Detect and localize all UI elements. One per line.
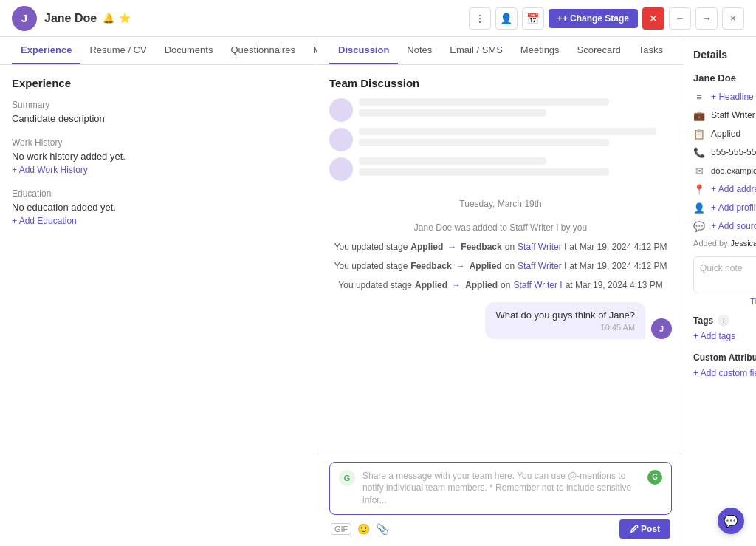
source-icon: 💬 xyxy=(693,220,705,232)
tab-meetings[interactable]: Meetings xyxy=(512,37,568,64)
left-nav: Experience Resume / CV Documents Questio… xyxy=(0,37,317,65)
nav-prev-button[interactable]: ← xyxy=(669,7,691,30)
custom-attr-label: Custom Attributes xyxy=(693,352,756,363)
details-header: Details ▦ ▭ xyxy=(693,46,756,64)
detail-status-row: 📋 Applied xyxy=(693,128,756,140)
nav-next-button[interactable]: → xyxy=(695,7,718,30)
add-education-link[interactable]: + Add Education xyxy=(12,216,77,226)
input-area: G Share a message with your team here. Y… xyxy=(317,454,684,546)
support-chat-bubble[interactable]: 💬 xyxy=(718,508,744,534)
post-button[interactable]: 🖊 Post xyxy=(619,519,670,539)
email-value: doe.example1234@gmail.com xyxy=(711,166,756,175)
chat-timestamp: 10:45 AM xyxy=(495,323,635,332)
chat-placeholder xyxy=(329,98,672,181)
detail-headline-row: ≡ + Headline xyxy=(693,91,756,103)
job-title-value: Staff Writer I xyxy=(711,110,756,120)
status-value: Applied xyxy=(711,129,740,139)
job-link-3[interactable]: Staff Writer I xyxy=(513,280,562,290)
job-link-2[interactable]: Staff Writer I xyxy=(518,261,566,271)
notification-icon[interactable]: 🔔 xyxy=(103,13,114,24)
added-message: Jane Doe was added to Staff Writer I by … xyxy=(329,222,672,233)
detail-email-row: ✉ doe.example1234@gmail.com xyxy=(693,165,756,177)
phone-icon: 📞 xyxy=(693,146,705,158)
tab-scorecard[interactable]: Scorecard xyxy=(568,37,630,64)
add-custom-field-link[interactable]: + Add custom field xyxy=(693,368,756,378)
tab-tasks[interactable]: Tasks xyxy=(630,37,672,64)
placeholder-row-3 xyxy=(329,157,672,181)
close-button[interactable]: × xyxy=(722,7,744,30)
tab-documents[interactable]: Documents xyxy=(156,37,222,64)
header: J Jane Doe 🔔 ⭐ ⋮ 👤 📅 ++ Change Stage ✕ ←… xyxy=(0,0,756,37)
tab-resume[interactable]: Resume / CV xyxy=(80,37,155,64)
message-input-box[interactable]: G Share a message with your team here. Y… xyxy=(329,462,672,515)
education-label: Education xyxy=(12,188,305,199)
right-panel: Details ▦ ▭ Jane Doe ≡ + Headline 💼 Staf… xyxy=(684,37,756,546)
detail-candidate-name: Jane Doe xyxy=(693,72,756,83)
date-divider: Tuesday, March 19th xyxy=(329,199,672,209)
middle-nav: Discussion Notes Email / SMS Meetings Sc… xyxy=(317,37,684,65)
placeholder-avatar-2 xyxy=(329,128,353,151)
discussion-title: Team Discussion xyxy=(329,77,672,89)
emoji-button[interactable]: 🙂 xyxy=(357,523,370,535)
added-by-name: Jessica Dennis xyxy=(731,239,756,248)
tab-email-sms[interactable]: Email / SMS xyxy=(441,37,512,64)
work-history-section: Work History No work history added yet. … xyxy=(12,137,305,175)
summary-label: Summary xyxy=(12,100,305,110)
profile-icon: 👤 xyxy=(693,202,705,214)
phone-value: 555-555-5555 xyxy=(711,147,756,157)
placeholder-line xyxy=(359,139,609,146)
profile-link[interactable]: + Add profile xyxy=(711,202,756,213)
add-tags-link[interactable]: + Add tags xyxy=(693,331,756,341)
stage-update-1: You updated stage Applied → Feedback on … xyxy=(329,242,672,252)
quick-note-input[interactable]: Quick note xyxy=(693,256,756,293)
tab-questionnaires[interactable]: Questionnaires xyxy=(221,37,303,64)
placeholder-line xyxy=(359,128,656,135)
source-link[interactable]: + Add source xyxy=(711,221,756,231)
star-icon[interactable]: ⭐ xyxy=(119,13,131,24)
briefcase-icon: 💼 xyxy=(693,109,705,121)
tags-add-button[interactable]: + xyxy=(718,315,729,327)
middle-panel: Discussion Notes Email / SMS Meetings Sc… xyxy=(317,37,684,546)
detail-profile-row: 👤 + Add profile xyxy=(693,202,756,214)
placeholder-line xyxy=(359,168,609,176)
placeholder-avatar-1 xyxy=(329,98,353,122)
candidate-avatar: J xyxy=(12,6,37,31)
candidate-name: Jane Doe xyxy=(44,12,97,25)
message-input-placeholder: Share a message with your team here. You… xyxy=(362,470,640,507)
work-history-label: Work History xyxy=(12,137,305,148)
calendar-button[interactable]: 📅 xyxy=(522,7,544,30)
input-action-icons: GIF 🙂 📎 xyxy=(331,523,388,535)
custom-attr-section-header: Custom Attributes + xyxy=(693,352,756,364)
input-actions: GIF 🙂 📎 🖊 Post xyxy=(329,519,672,539)
tab-notes[interactable]: Notes xyxy=(398,37,441,64)
reject-button[interactable]: ✕ xyxy=(642,7,664,30)
quick-note-placeholder: Quick note xyxy=(700,263,742,273)
more-options-button[interactable]: ⋮ xyxy=(469,7,491,30)
location-icon: 📍 xyxy=(693,183,705,195)
placeholder-line xyxy=(359,109,546,117)
education-empty: No education added yet. xyxy=(12,202,305,213)
placeholder-row-2 xyxy=(329,128,672,151)
placeholder-row-1 xyxy=(329,98,672,122)
job-link-1[interactable]: Staff Writer I xyxy=(518,242,566,252)
attachment-button[interactable]: 📎 xyxy=(376,523,388,535)
add-candidate-button[interactable]: 👤 xyxy=(495,7,518,30)
headline-link[interactable]: + Headline xyxy=(711,92,754,102)
gif-button[interactable]: GIF xyxy=(331,523,351,535)
email-icon: ✉ xyxy=(693,165,705,177)
added-by-row: Added by Jessica Dennis xyxy=(693,239,756,248)
header-icon-group: 🔔 ⭐ xyxy=(103,13,131,24)
placeholder-lines-1 xyxy=(359,98,672,117)
stage-update-3: You updated stage Applied → Applied on S… xyxy=(329,280,672,290)
chat-bubble: What do you guys think of Jane? 10:45 AM xyxy=(485,302,645,339)
experience-content: Experience Summary Candidate description… xyxy=(0,65,317,546)
headline-icon: ≡ xyxy=(693,91,705,103)
detail-job-row: 💼 Staff Writer I xyxy=(693,109,756,121)
add-work-history-link[interactable]: + Add Work History xyxy=(12,165,88,175)
stage-update-2: You updated stage Feedback → Applied on … xyxy=(329,261,672,271)
note-public-row: This note is public. 🔒 xyxy=(693,296,756,306)
change-stage-button[interactable]: ++ Change Stage xyxy=(549,9,638,28)
tab-experience[interactable]: Experience xyxy=(12,37,80,64)
tab-discussion[interactable]: Discussion xyxy=(329,37,398,64)
address-link[interactable]: + Add address xyxy=(711,184,756,194)
